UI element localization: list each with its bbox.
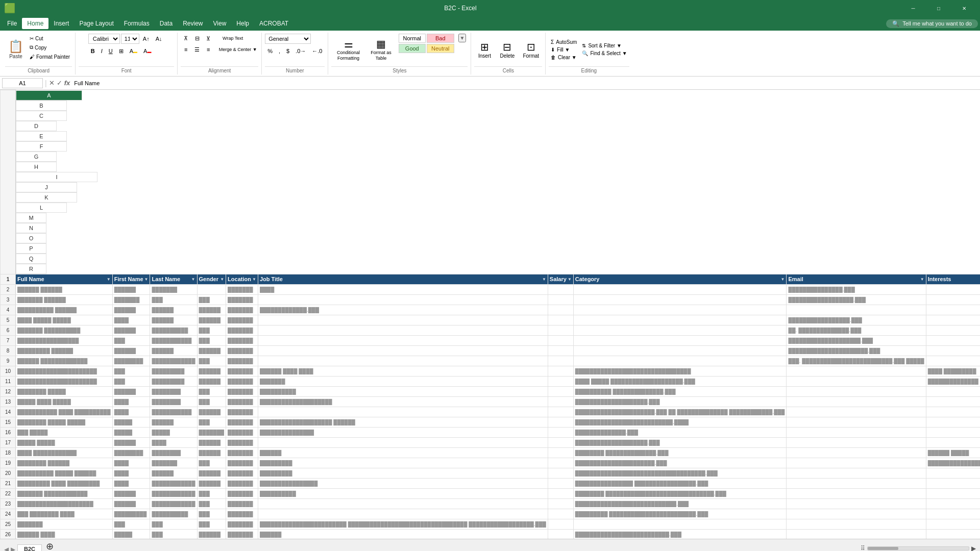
cell[interactable]: Full Name▼ [16, 274, 113, 284]
cell[interactable]: ███████ [226, 427, 258, 437]
cell[interactable]: ████ ████████████ [16, 447, 113, 458]
cell[interactable]: ██████ [197, 345, 226, 356]
filter-dropdown-btn[interactable]: ▼ [542, 277, 546, 282]
cell[interactable] [926, 427, 980, 437]
format-painter-button[interactable]: 🖌 Format Painter [28, 52, 72, 61]
cell[interactable]: ███████████ [150, 335, 197, 345]
col-header-H[interactable]: H [16, 162, 57, 172]
cell[interactable]: ████ [150, 437, 197, 447]
cell[interactable]: ███████████████.███ [787, 284, 926, 294]
cell[interactable] [573, 305, 787, 315]
cell[interactable]: ████████ [150, 386, 197, 396]
cell[interactable] [573, 335, 787, 345]
col-header-A[interactable]: A [16, 90, 82, 101]
cell[interactable]: ███████ [226, 335, 258, 345]
cell[interactable]: █████████ [150, 376, 197, 386]
cell[interactable]: ████ [112, 396, 150, 407]
cell[interactable]: ███████ [226, 325, 258, 335]
styles-expand-btn[interactable]: ▼ [458, 34, 467, 42]
cell[interactable]: Location▼ [226, 274, 258, 284]
cell[interactable]: ████████ [150, 396, 197, 407]
cell[interactable] [548, 356, 573, 366]
menu-view[interactable]: View [208, 18, 232, 29]
cell[interactable] [926, 315, 980, 325]
cell[interactable]: First Name▼ [112, 274, 150, 284]
cell[interactable]: ███████ [226, 437, 258, 447]
cell[interactable] [548, 498, 573, 509]
maximize-btn[interactable]: □ [927, 0, 950, 16]
menu-acrobat[interactable]: ACROBAT [254, 18, 293, 29]
cell[interactable]: ██████ [112, 345, 150, 356]
cell[interactable]: ████████ █████ █████ [16, 417, 113, 427]
cell[interactable] [787, 468, 926, 478]
cell[interactable] [926, 417, 980, 427]
table-row[interactable]: 17█████ ████████████████████████████████… [1, 437, 981, 447]
cell[interactable]: ███ [112, 366, 150, 376]
table-row[interactable]: 13█████ ████ ███████████████████████████… [1, 396, 981, 407]
cell[interactable]: ███████ [226, 356, 258, 366]
cell[interactable]: Category▼ [573, 274, 787, 284]
decrease-font-btn[interactable]: A↓ [153, 34, 165, 44]
cell[interactable]: Interests▼ [926, 274, 980, 284]
cell[interactable]: ███████ [226, 417, 258, 427]
sheet-tab-b2c[interactable]: B2C [17, 544, 42, 551]
align-right-btn[interactable]: ≡ [203, 45, 213, 54]
cell[interactable]: ██████ [197, 478, 226, 488]
number-format-select[interactable]: General [265, 34, 311, 44]
table-row[interactable]: 20██████████ █████ █████████████████████… [1, 468, 981, 478]
conditional-formatting-button[interactable]: ⚌ Conditional Formatting [333, 34, 364, 65]
cell[interactable]: ██████ [150, 468, 197, 478]
cell[interactable]: ██████ [197, 376, 226, 386]
cell[interactable]: ██████ [258, 447, 548, 458]
cell[interactable]: ███ [150, 294, 197, 305]
col-header-B[interactable]: B [16, 101, 67, 111]
menu-home[interactable]: Home [22, 18, 48, 29]
cell[interactable]: ██████ [150, 305, 197, 315]
increase-font-btn[interactable]: A↑ [140, 34, 152, 44]
cell[interactable]: █████████████████ [16, 335, 113, 345]
cell[interactable] [926, 437, 980, 447]
cell[interactable] [548, 305, 573, 315]
font-size-select[interactable]: 11 [121, 34, 139, 44]
cell[interactable] [197, 284, 226, 294]
cell[interactable] [573, 315, 787, 325]
menu-file[interactable]: File [2, 18, 22, 29]
cell[interactable]: ████████████████████████████.███ [573, 498, 787, 509]
cell[interactable]: █████ [150, 427, 197, 437]
cell[interactable] [548, 396, 573, 407]
cell[interactable] [926, 305, 980, 315]
cell[interactable]: ██████ █████████████ [16, 356, 113, 366]
cell[interactable]: ██████ [150, 417, 197, 427]
autosum-button[interactable]: Σ AutoSum [549, 39, 579, 45]
cell[interactable]: ███████ [226, 386, 258, 396]
cell[interactable]: ██████ [150, 315, 197, 325]
cell[interactable]: █████████ [112, 509, 150, 519]
cell[interactable]: █████████ ██████ [16, 345, 113, 356]
table-row[interactable]: 15████████ █████ ███████████████████████… [1, 417, 981, 427]
table-row[interactable]: 2██████ ████████████████████████████████… [1, 284, 981, 294]
filter-dropdown-btn[interactable]: ▼ [107, 277, 111, 282]
cell[interactable] [787, 478, 926, 488]
cell[interactable]: ██████████████████████████.███ [573, 529, 787, 539]
cell[interactable] [926, 488, 980, 498]
italic-btn[interactable]: I [99, 46, 105, 56]
cell[interactable]: ████████████ [150, 356, 197, 366]
cell[interactable]: ███████ [258, 376, 548, 386]
sort-filter-button[interactable]: ⇅ Sort & Filter ▼ [580, 42, 629, 49]
cell[interactable]: ██████████████████████.███ [787, 345, 926, 356]
horizontal-scrollbar[interactable] [867, 546, 969, 550]
cell[interactable]: ███████ [226, 376, 258, 386]
cell[interactable]: ██. ██████████████.███ [787, 325, 926, 335]
col-header-C[interactable]: C [16, 111, 67, 121]
cell[interactable] [787, 305, 926, 315]
cell[interactable]: ████████████████ [258, 478, 548, 488]
cell[interactable] [926, 345, 980, 356]
tell-me-bar[interactable]: 🔍 Tell me what you want to do [886, 19, 978, 28]
cell[interactable] [258, 437, 548, 447]
cell[interactable]: ██████████████.███ [573, 427, 787, 437]
cell[interactable]: ██████████████ [926, 376, 980, 386]
clear-button[interactable]: 🗑 Clear ▼ [549, 54, 579, 61]
table-row[interactable]: 19████████ █████████████████████████████… [1, 458, 981, 468]
cell[interactable] [548, 294, 573, 305]
cell[interactable]: ███ [197, 356, 226, 366]
